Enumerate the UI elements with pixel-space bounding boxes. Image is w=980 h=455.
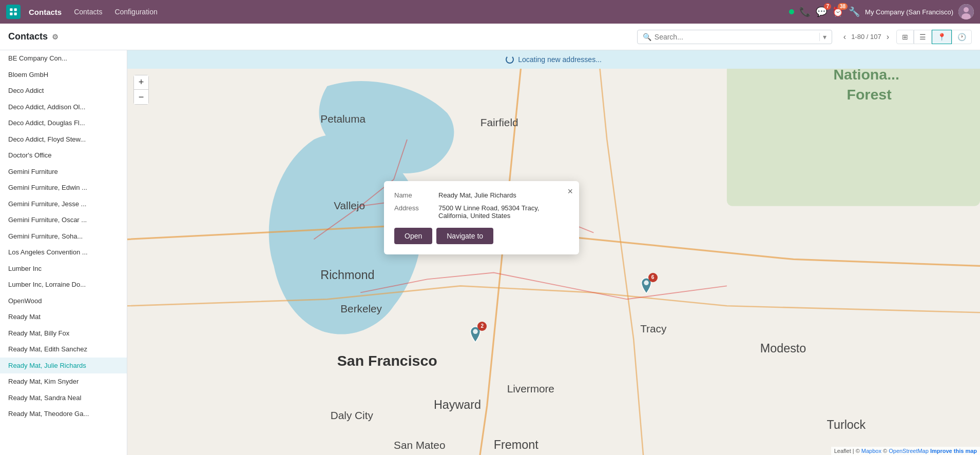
sidebar-item-1[interactable]: Bloem GmbH xyxy=(0,67,127,83)
map-attribution: Leaflet | © Mapbox © OpenStreetMap Impro… xyxy=(831,447,980,455)
popup-name-label: Name xyxy=(394,191,430,199)
settings-gear-icon[interactable]: ⚙ xyxy=(52,33,59,41)
sidebar-item-12[interactable]: Los Angeles Convention ... xyxy=(0,244,127,261)
page-title-area: Contacts ⚙ xyxy=(8,31,59,42)
clock-badge: 38 xyxy=(838,3,848,10)
popup-address-row: Address 7500 W Linne Road, 95304 Tracy, … xyxy=(394,204,569,220)
search-input[interactable] xyxy=(655,33,816,41)
search-dropdown-icon[interactable]: ▾ xyxy=(819,33,827,41)
svg-text:Richmond: Richmond xyxy=(320,268,374,282)
popup-name-row: Name Ready Mat, Julie Richards xyxy=(394,191,569,199)
svg-text:Daly City: Daly City xyxy=(331,409,374,421)
sidebar-item-13[interactable]: Lumber Inc xyxy=(0,261,127,277)
openstreetmap-link[interactable]: OpenStreetMap xyxy=(889,448,929,454)
sidebar-item-10[interactable]: Gemini Furniture, Oscar ... xyxy=(0,212,127,228)
phone-icon[interactable]: 📞 xyxy=(799,6,811,17)
sidebar-item-15[interactable]: OpenWood xyxy=(0,293,127,309)
sidebar-item-0[interactable]: BE Company Con... xyxy=(0,50,127,67)
map-status-bar: Locating new addresses... xyxy=(127,50,980,69)
svg-point-30 xyxy=(644,280,648,285)
svg-text:Turlock: Turlock xyxy=(827,418,866,431)
view-kanban-btn[interactable]: ⊞ xyxy=(896,30,914,44)
navbar: Contacts Contacts Configuration 📞 💬 7 ⏰ … xyxy=(0,0,980,24)
sidebar-item-2[interactable]: Deco Addict xyxy=(0,83,127,99)
sidebar-item-19[interactable]: Ready Mat, Julie Richards xyxy=(0,358,127,374)
sidebar-item-14[interactable]: Lumber Inc, Lorraine Do... xyxy=(0,276,127,293)
svg-rect-3 xyxy=(14,13,17,15)
avatar[interactable] xyxy=(958,4,974,19)
sidebar-item-7[interactable]: Gemini Furniture xyxy=(0,164,127,180)
view-activity-btn[interactable]: 🕐 xyxy=(952,30,972,44)
view-map-btn[interactable]: 📍 xyxy=(932,30,952,44)
sidebar-item-3[interactable]: Deco Addict, Addison Ol... xyxy=(0,99,127,115)
popup-address-value: 7500 W Linne Road, 95304 Tracy, Californ… xyxy=(438,204,539,220)
main-layout: BE Company Con... Bloem GmbH Deco Addict… xyxy=(0,50,980,455)
map-background[interactable]: Stanislau Nationa... Forest Petaluma Fai… xyxy=(127,50,980,455)
app-name: Contacts xyxy=(29,8,62,16)
navbar-menu: Contacts Configuration xyxy=(70,6,162,18)
sidebar-item-18[interactable]: Ready Mat, Edith Sanchez xyxy=(0,341,127,358)
svg-text:Fremont: Fremont xyxy=(494,438,539,451)
view-list-btn[interactable]: ☰ xyxy=(914,30,932,44)
wrench-icon[interactable]: 🔧 xyxy=(849,6,860,17)
map-zoom-controls: + − xyxy=(133,75,149,105)
popup-navigate-btn[interactable]: Navigate to xyxy=(436,228,493,244)
svg-text:Fairfield: Fairfield xyxy=(481,116,518,128)
zoom-in-btn[interactable]: + xyxy=(134,75,148,90)
status-dot xyxy=(789,9,794,14)
map-area: Locating new addresses... xyxy=(127,50,980,455)
sidebar-item-9[interactable]: Gemini Furniture, Jesse ... xyxy=(0,196,127,212)
svg-text:Tracy: Tracy xyxy=(640,323,667,334)
sidebar-item-17[interactable]: Ready Mat, Billy Fox xyxy=(0,325,127,342)
nav-contacts[interactable]: Contacts xyxy=(70,6,106,18)
pagination-prev[interactable]: ‹ xyxy=(840,30,849,44)
pin-tracy[interactable]: 6 xyxy=(639,277,654,294)
svg-text:San Mateo: San Mateo xyxy=(394,439,445,451)
popup-address-label: Address xyxy=(394,204,430,220)
sidebar-item-20[interactable]: Ready Mat, Kim Snyder xyxy=(0,373,127,390)
sidebar-item-16[interactable]: Ready Mat xyxy=(0,309,127,325)
pagination: ‹ 1-80 / 107 › xyxy=(840,30,892,44)
zoom-out-btn[interactable]: − xyxy=(134,90,148,104)
pin-tracy-badge: 6 xyxy=(648,273,658,282)
app-logo[interactable] xyxy=(6,5,21,19)
popup-open-btn[interactable]: Open xyxy=(394,228,432,244)
sidebar-item-6[interactable]: Doctor's Office xyxy=(0,147,127,164)
svg-rect-2 xyxy=(10,13,12,15)
sidebar-item-11[interactable]: Gemini Furniture, Soha... xyxy=(0,228,127,245)
pagination-next[interactable]: › xyxy=(883,30,892,44)
svg-text:Livermore: Livermore xyxy=(507,383,554,394)
pin-fremont[interactable]: 2 xyxy=(468,326,483,343)
map-popup: × Name Ready Mat, Julie Richards Address… xyxy=(384,181,579,254)
pin-fremont-badge: 2 xyxy=(477,322,487,331)
sidebar-item-21[interactable]: Ready Mat, Sandra Neal xyxy=(0,390,127,406)
map-status-text: Locating new addresses... xyxy=(518,55,602,64)
mapbox-link[interactable]: Mapbox xyxy=(861,448,881,454)
subheader: Contacts ⚙ 🔍 ▾ ‹ 1-80 / 107 › ⊞ ☰ 📍 🕐 xyxy=(0,24,980,50)
navbar-icons: 📞 💬 7 ⏰ 38 🔧 My Company (San Francisco) xyxy=(789,4,974,19)
sidebar-item-22[interactable]: Ready Mat, Theodore Ga... xyxy=(0,406,127,422)
svg-text:Hayward: Hayward xyxy=(434,398,481,411)
svg-point-31 xyxy=(473,329,478,333)
svg-rect-0 xyxy=(10,8,12,11)
sidebar-item-5[interactable]: Deco Addict, Floyd Stew... xyxy=(0,131,127,148)
chat-icon[interactable]: 💬 7 xyxy=(816,6,827,17)
sidebar-item-8[interactable]: Gemini Furniture, Edwin ... xyxy=(0,180,127,196)
attribution-text: Leaflet | © Mapbox © OpenStreetMap xyxy=(834,448,930,454)
popup-name-value: Ready Mat, Julie Richards xyxy=(438,191,516,199)
page-title: Contacts xyxy=(8,31,48,42)
svg-text:Vallejo: Vallejo xyxy=(334,200,365,211)
svg-point-5 xyxy=(964,7,969,12)
chat-badge: 7 xyxy=(824,3,831,10)
search-icon: 🔍 xyxy=(643,33,651,41)
popup-actions: Open Navigate to xyxy=(394,228,569,244)
improve-map-link[interactable]: Improve this map xyxy=(930,448,977,454)
sidebar-item-4[interactable]: Deco Addict, Douglas Fl... xyxy=(0,115,127,131)
svg-text:Forest: Forest xyxy=(847,86,892,103)
nav-configuration[interactable]: Configuration xyxy=(110,6,161,18)
popup-close-btn[interactable]: × xyxy=(567,186,573,197)
clock-icon[interactable]: ⏰ 38 xyxy=(832,6,843,17)
company-name: My Company (San Francisco) xyxy=(865,8,953,16)
loading-spinner xyxy=(506,55,514,64)
sidebar: BE Company Con... Bloem GmbH Deco Addict… xyxy=(0,50,127,455)
